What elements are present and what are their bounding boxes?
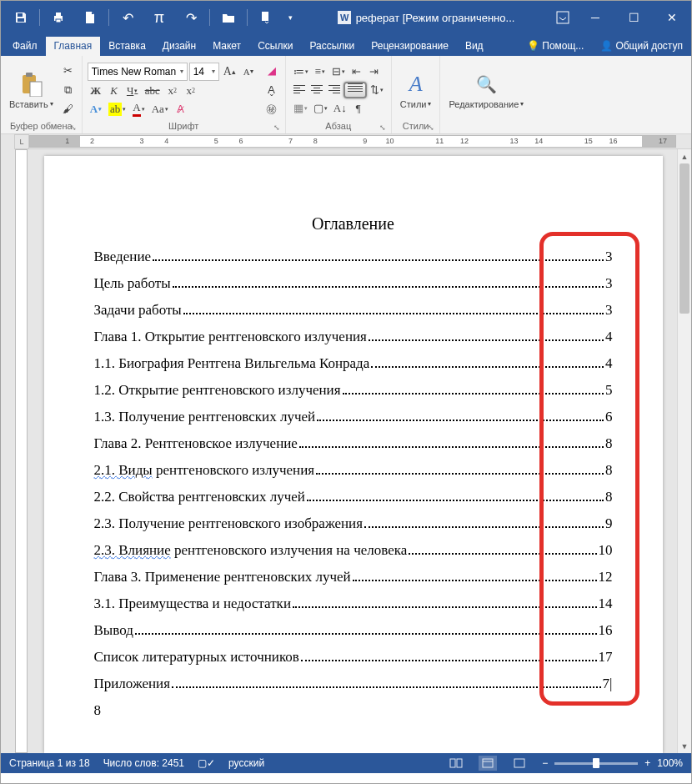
subscript-button[interactable]: x2: [164, 83, 181, 99]
qat-dropdown-icon[interactable]: ▾: [284, 5, 296, 30]
ruler-vertical[interactable]: [1, 149, 29, 753]
strike-button[interactable]: abc: [143, 83, 163, 99]
zoom-in-button[interactable]: +: [644, 757, 650, 769]
scroll-thumb[interactable]: [679, 163, 689, 314]
numbering-icon[interactable]: ≡▾: [312, 63, 328, 80]
view-print-icon[interactable]: [479, 756, 497, 771]
group-font: Times New Roman▾ 14▾ A▴ A▾ Ж К Ч▾ abc x2…: [83, 56, 286, 133]
font-color-icon[interactable]: A▾: [130, 101, 147, 118]
borders-icon[interactable]: ▢▾: [311, 100, 330, 117]
enclose-icon[interactable]: ㊙: [263, 101, 280, 118]
line-spacing-icon[interactable]: ⇅▾: [368, 82, 386, 98]
scroll-up-icon[interactable]: ▲: [678, 149, 691, 163]
window-controls: ─ ☐ ✕: [576, 1, 691, 34]
paragraph-launcher-icon[interactable]: ⤡: [379, 123, 386, 132]
change-case-icon[interactable]: Aa▾: [149, 101, 171, 118]
highlight-icon[interactable]: ab▾: [106, 101, 128, 118]
tab-home[interactable]: Главная: [46, 37, 101, 56]
ribbon-tabs: Файл Главная Вставка Дизайн Макет Ссылки…: [1, 34, 691, 56]
multilevel-icon[interactable]: ⊟▾: [329, 63, 348, 80]
align-justify-button[interactable]: [343, 82, 367, 98]
superscript-button[interactable]: x2: [183, 83, 199, 99]
phonetic-icon[interactable]: A̬: [263, 82, 280, 98]
paste-button[interactable]: Вставить▾: [6, 69, 57, 111]
text-effects-icon[interactable]: A▾: [88, 101, 104, 118]
open-icon[interactable]: [215, 5, 242, 30]
tab-review[interactable]: Рецензирование: [363, 37, 457, 56]
copy-icon[interactable]: ⧉: [60, 82, 77, 98]
bold-button[interactable]: Ж: [88, 83, 104, 99]
tab-design[interactable]: Дизайн: [154, 37, 204, 56]
eraser-icon[interactable]: ◢: [263, 63, 280, 79]
svg-rect-10: [26, 73, 33, 77]
clear-format-icon[interactable]: A̷: [173, 101, 189, 118]
tab-references[interactable]: Ссылки: [249, 37, 301, 56]
redo-icon[interactable]: ↷: [178, 5, 204, 30]
ruler-horizontal[interactable]: 1234567891011121314151617: [29, 134, 691, 149]
tab-insert[interactable]: Вставка: [100, 37, 154, 56]
shrink-font-icon[interactable]: A▾: [240, 63, 257, 80]
zoom-value[interactable]: 100%: [657, 757, 683, 769]
italic-button[interactable]: К: [106, 83, 123, 99]
tab-layout[interactable]: Макет: [204, 37, 249, 56]
clipboard-launcher-icon[interactable]: ⤡: [70, 123, 77, 132]
svg-rect-11: [30, 82, 42, 97]
tab-mailings[interactable]: Рассылки: [301, 37, 363, 56]
font-name-combo[interactable]: Times New Roman▾: [88, 63, 188, 81]
ribbon-options-icon[interactable]: [549, 5, 576, 30]
decrease-indent-icon[interactable]: ⇤: [349, 63, 365, 80]
status-page[interactable]: Страница 1 из 18: [9, 757, 90, 769]
tab-selector[interactable]: L: [14, 134, 29, 149]
close-button[interactable]: ✕: [653, 1, 691, 34]
new-doc-icon[interactable]: [77, 5, 103, 30]
status-words[interactable]: Число слов: 2451: [103, 757, 184, 769]
cut-icon[interactable]: ✂: [60, 63, 77, 79]
font-launcher-icon[interactable]: ⤡: [273, 123, 280, 132]
pilcrow-icon[interactable]: π: [146, 5, 173, 30]
minimize-button[interactable]: ─: [576, 1, 614, 34]
align-right-button[interactable]: [326, 82, 343, 98]
maximize-button[interactable]: ☐: [614, 1, 653, 34]
toc-entry: Глава 3. Применение рентгеновских лучей1…: [94, 569, 613, 585]
vertical-scrollbar[interactable]: ▲ ▼: [677, 149, 691, 753]
zoom-slider[interactable]: [554, 762, 638, 765]
tab-file[interactable]: Файл: [4, 37, 46, 56]
tab-share[interactable]: 👤Общий доступ: [592, 37, 691, 56]
view-web-icon[interactable]: [510, 756, 529, 771]
insert-icon[interactable]: [253, 5, 279, 30]
grow-font-icon[interactable]: A▴: [221, 63, 238, 80]
align-center-button[interactable]: [308, 82, 325, 98]
font-size-combo[interactable]: 14▾: [189, 63, 219, 81]
shading-icon[interactable]: ▦▾: [291, 100, 310, 117]
editing-button[interactable]: 🔍 Редактирование▾: [445, 69, 527, 111]
show-marks-icon[interactable]: ¶: [350, 100, 367, 117]
svg-rect-1: [18, 18, 24, 22]
tab-help[interactable]: 💡Помощ...: [519, 37, 592, 56]
page-scroll[interactable]: Оглавление Введение3Цель работы3Задачи р…: [29, 149, 677, 753]
tab-view[interactable]: Вид: [457, 37, 492, 56]
underline-button[interactable]: Ч▾: [124, 83, 141, 99]
align-left-button[interactable]: [291, 82, 308, 98]
scroll-down-icon[interactable]: ▼: [678, 739, 691, 753]
print-icon[interactable]: [45, 5, 72, 30]
undo-icon[interactable]: ↶: [114, 5, 141, 30]
styles-launcher-icon[interactable]: ⤡: [428, 123, 434, 132]
doc-title-text: реферат [Режим ограниченно...: [356, 12, 515, 24]
group-editing: 🔍 Редактирование▾: [440, 56, 532, 133]
bullets-icon[interactable]: ≔▾: [291, 63, 311, 80]
sort-icon[interactable]: A↓: [331, 100, 349, 117]
toc-entry: 2.1. Виды рентгеновского излучения8: [94, 462, 613, 479]
toc-entry: 1.2. Открытие рентгеновского излучения 5: [94, 382, 613, 399]
zoom-out-button[interactable]: −: [542, 757, 548, 769]
svg-rect-4: [56, 19, 61, 23]
page[interactable]: Оглавление Введение3Цель работы3Задачи р…: [44, 156, 663, 753]
increase-indent-icon[interactable]: ⇥: [366, 63, 383, 80]
quick-access-toolbar: ↶ π ↷ ▾: [1, 5, 303, 30]
toc-entry: 2.3. Влияние рентгеновского излучения на…: [94, 542, 613, 559]
format-painter-icon[interactable]: 🖌: [60, 101, 77, 118]
styles-button[interactable]: A Стили▾: [397, 69, 435, 111]
status-language[interactable]: русский: [228, 757, 264, 769]
save-icon[interactable]: [8, 5, 34, 30]
view-read-icon[interactable]: [447, 756, 465, 771]
proofing-icon[interactable]: ▢✓: [198, 757, 215, 769]
